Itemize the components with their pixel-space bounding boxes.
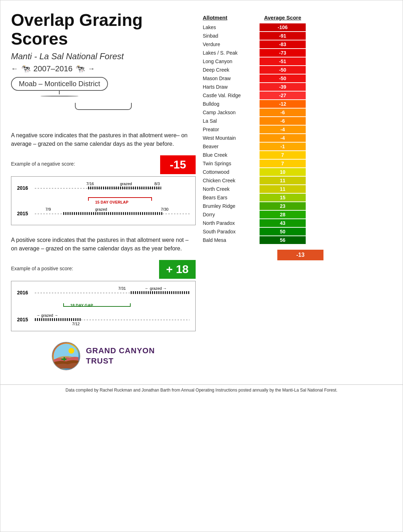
row-score: -4 — [260, 126, 306, 133]
row-name: Bald Mesa — [203, 236, 260, 244]
row-score: 7 — [260, 160, 306, 167]
arrow-left-icon: ← — [11, 65, 18, 73]
table-row: Brumley Ridge23 — [203, 202, 323, 210]
row-score: 10 — [260, 168, 306, 176]
negative-example-label: Example of a negative score: — [11, 161, 75, 167]
district-badge: Moab – Monticello District — [11, 77, 108, 91]
row-name: Twin Springs — [203, 160, 260, 167]
row-name: Bulldog — [203, 100, 260, 108]
table-row: Preator-4 — [203, 126, 323, 133]
table-row: Cottonwood10 — [203, 168, 323, 176]
table-row: North Paradox43 — [203, 219, 323, 227]
arrow-right-icon: → — [88, 65, 95, 73]
row-score: 50 — [260, 228, 306, 235]
table-row: Bears Ears15 — [203, 194, 323, 201]
pos-year-2016: 2016 — [17, 290, 28, 295]
table-row: Castle Val. Ridge-27 — [203, 92, 323, 99]
table-row: Deep Creek-50 — [203, 66, 323, 74]
table-row: Harts Draw-39 — [203, 83, 323, 91]
table-row: Beaver-1 — [203, 143, 323, 150]
row-name: Beaver — [203, 143, 260, 150]
neg-date-79: 7/9 — [45, 207, 51, 211]
page-title: Overlap Grazing Scores — [11, 11, 196, 49]
positive-example-label: Example of a positive score: — [11, 266, 73, 271]
row-name: Camp Jackson — [203, 109, 260, 116]
footer: Data compiled by Rachel Ruckman and Jona… — [0, 384, 403, 395]
neg-date-730: 7/30 — [161, 207, 168, 211]
row-name: Sinbad — [203, 32, 260, 40]
row-name: North Creek — [203, 185, 260, 193]
subtitle: Manti - La Sal National Forest — [11, 51, 196, 61]
row-name: Verdure — [203, 40, 260, 48]
positive-diagram-box: 2016 7/31 ← grazed → 18 DAY GAP 2015 — [11, 281, 196, 331]
row-name: Bears Ears — [203, 194, 260, 201]
row-name: Harts Draw — [203, 83, 260, 91]
row-score: 28 — [260, 211, 306, 218]
table-row: Verdure-83 — [203, 40, 323, 48]
positive-score-badge: + 18 — [159, 260, 196, 279]
average-box: -13 — [203, 250, 323, 260]
table-row: Lakes / S. Peak-73 — [203, 49, 323, 57]
neg-date-83: 8/3 — [154, 182, 160, 186]
row-name: Preator — [203, 126, 260, 133]
row-name: Lakes — [203, 23, 260, 31]
row-name: Chicken Creek — [203, 177, 260, 184]
district-bracket — [75, 103, 132, 110]
row-name: West Mountain — [203, 134, 260, 142]
row-name: Castle Val. Ridge — [203, 92, 260, 99]
pos-date-731: 7/31 — [118, 286, 126, 290]
row-score: -1 — [260, 143, 306, 150]
row-name: South Paradox — [203, 228, 260, 235]
cow-icon-right: 🐄 — [75, 64, 85, 73]
table-row: Dorry28 — [203, 211, 323, 218]
svg-point-2 — [69, 348, 74, 354]
table-row: Twin Springs7 — [203, 160, 323, 167]
table-row: Lakes-106 — [203, 23, 323, 31]
row-score: 7 — [260, 151, 306, 159]
row-score: -50 — [260, 74, 306, 82]
row-name: Deep Creek — [203, 66, 260, 74]
row-score: -83 — [260, 40, 306, 48]
neg-year-2015: 2015 — [17, 211, 28, 216]
col-allotment-header: Allotment — [203, 15, 260, 21]
neg-grazed-label-2016: grazed — [120, 182, 132, 186]
pos-grazed-label-2015: → grazed → — [36, 313, 58, 317]
row-name: Dorry — [203, 211, 260, 218]
average-score-cell: -13 — [277, 250, 323, 260]
row-name: Lakes / S. Peak — [203, 49, 260, 57]
gap-label: 18 DAY GAP — [70, 303, 93, 307]
positive-example-header: Example of a positive score: + 18 — [11, 260, 196, 279]
negative-description: A negative score indicates that the past… — [11, 131, 196, 148]
pos-date-712: 7/12 — [72, 322, 80, 326]
row-score: -6 — [260, 109, 306, 116]
org-name: Grand Canyon Trust — [86, 346, 155, 366]
table-row: Mason Draw-50 — [203, 74, 323, 82]
logo-area: Grand Canyon Trust — [11, 342, 196, 370]
grand-canyon-trust-logo — [52, 342, 80, 370]
row-score: -73 — [260, 49, 306, 57]
row-name: Long Canyon — [203, 57, 260, 65]
negative-diagram-box: 2016 7/16 grazed 8/3 15 DAY OVERLAP 2015 — [11, 176, 196, 225]
row-name: Blue Creek — [203, 151, 260, 159]
row-score: 15 — [260, 194, 306, 201]
positive-description: A positive score indicates that the past… — [11, 236, 196, 253]
neg-year-2016: 2016 — [17, 185, 28, 191]
cow-icon-left: 🐄 — [21, 64, 31, 73]
neg-grazed-label-2015: grazed — [95, 207, 107, 211]
row-score: -51 — [260, 57, 306, 65]
table-row: Blue Creek7 — [203, 151, 323, 159]
negative-score-badge: -15 — [160, 155, 196, 174]
table-row: Chicken Creek11 — [203, 177, 323, 184]
row-name: Cottonwood — [203, 168, 260, 176]
year-range: ← 🐄 2007–2016 🐄 → — [11, 64, 196, 73]
table-row: Sinbad-91 — [203, 32, 323, 40]
row-score: -39 — [260, 83, 306, 91]
row-score: -12 — [260, 100, 306, 108]
table-row: Bald Mesa56 — [203, 236, 323, 244]
score-table: Lakes-106Sinbad-91Verdure-83Lakes / S. P… — [203, 23, 323, 244]
row-name: Brumley Ridge — [203, 202, 260, 210]
row-name: North Paradox — [203, 219, 260, 227]
pos-grazed-label-2016: ← grazed → — [145, 286, 167, 290]
row-score: -106 — [260, 23, 306, 31]
row-score: -91 — [260, 32, 306, 40]
